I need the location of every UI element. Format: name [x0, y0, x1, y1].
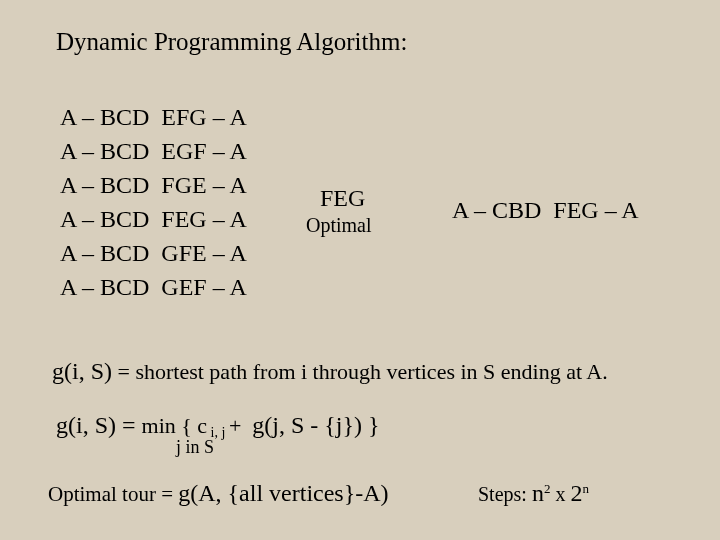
list-item: A – BCD GFE – A	[60, 236, 247, 270]
g-def-sub: i, j	[207, 425, 229, 440]
row-left: A – BCD	[60, 274, 149, 300]
row-left: A – BCD	[60, 172, 149, 198]
row-right: GFE – A	[161, 240, 246, 266]
optimal-expr: g(A, {all vertices}-A)	[178, 480, 388, 506]
row-right: EFG – A	[161, 104, 246, 130]
middle-label: FEG Optimal	[306, 185, 372, 237]
steps-complexity: Steps: n2 x 2n	[478, 480, 589, 507]
permutation-list: A – BCD EFG – A A – BCD EGF – A A – BCD …	[60, 100, 247, 304]
list-item: A – BCD GEF – A	[60, 270, 247, 304]
steps-base2: 2	[570, 480, 582, 506]
middle-top: FEG	[320, 185, 372, 212]
row-right: FEG – A	[161, 206, 246, 232]
result-path: A – CBD FEG – A	[452, 197, 639, 224]
g-description: g(i, S) = shortest path from i through v…	[52, 358, 608, 385]
slide-title: Dynamic Programming Algorithm:	[56, 28, 680, 56]
list-item: A – BCD EGF – A	[60, 134, 247, 168]
row-left: A – BCD	[60, 240, 149, 266]
row-right: GEF – A	[161, 274, 246, 300]
optimal-label: Optimal tour =	[48, 482, 178, 506]
g-def-lhs: g(i, S) =	[56, 412, 142, 438]
g-def-line1: g(i, S) = min { c i, j + g(j, S - {j}) }	[56, 412, 380, 439]
row-left: A – BCD	[60, 138, 149, 164]
slide: Dynamic Programming Algorithm: A – BCD E…	[0, 0, 720, 540]
g-def-min: min	[142, 413, 176, 438]
steps-n: n	[532, 480, 544, 506]
g-desc-lhs: g(i, S)	[52, 358, 112, 384]
g-definition: g(i, S) = min { c i, j + g(j, S - {j}) }…	[56, 412, 380, 458]
g-def-open: { c	[176, 413, 207, 438]
g-def-plus: +	[229, 413, 252, 438]
list-item: A – BCD FGE – A	[60, 168, 247, 202]
optimal-tour: Optimal tour = g(A, {all vertices}-A)	[48, 480, 389, 507]
g-def-subline: j in S	[176, 437, 380, 458]
g-desc-rhs: shortest path from i through vertices in…	[135, 359, 607, 384]
steps-label: Steps:	[478, 483, 532, 505]
steps-times: x	[550, 483, 570, 505]
row-left: A – BCD	[60, 104, 149, 130]
g-def-tail: g(j, S - {j}) }	[252, 412, 379, 438]
middle-bottom: Optimal	[306, 214, 372, 237]
row-right: FGE – A	[161, 172, 246, 198]
list-item: A – BCD EFG – A	[60, 100, 247, 134]
row-right: EGF – A	[161, 138, 246, 164]
list-item: A – BCD FEG – A	[60, 202, 247, 236]
row-left: A – BCD	[60, 206, 149, 232]
steps-expn: n	[582, 481, 589, 496]
g-desc-eq: =	[112, 359, 135, 384]
